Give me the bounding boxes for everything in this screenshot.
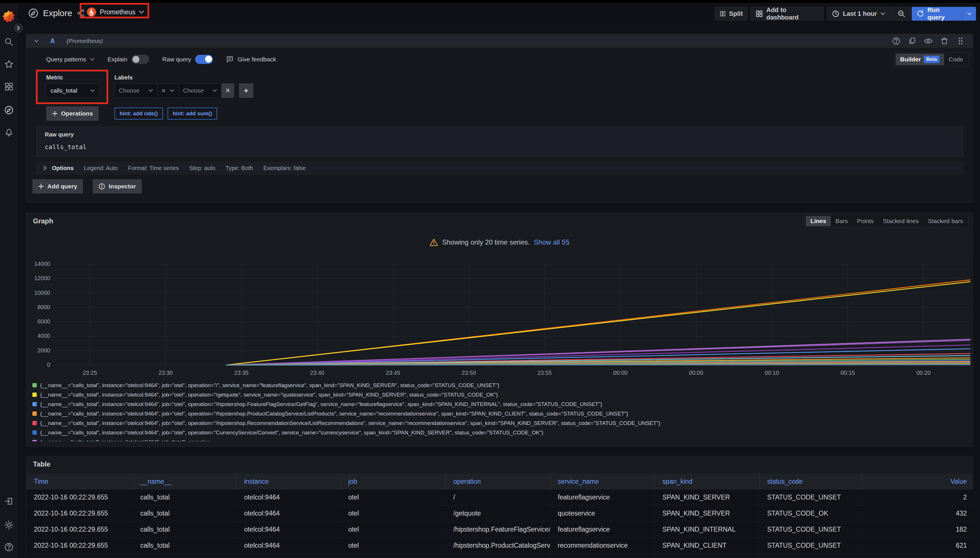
sidebar-expand-button[interactable] xyxy=(13,22,24,34)
legend-item[interactable]: {__name__="calls_total", instance="otelc… xyxy=(33,437,967,441)
query-hint-button[interactable]: hint: add rate() xyxy=(115,108,163,120)
table-row[interactable]: 2022-10-16 00:22:29.655calls_totalotelco… xyxy=(26,505,973,522)
legend-item[interactable]: {__name__="calls_total", instance="otelc… xyxy=(33,399,967,409)
datasource-picker[interactable]: Prometheus xyxy=(84,6,147,18)
table-cell: 621 xyxy=(861,554,973,558)
label-value-select[interactable]: Choose xyxy=(179,84,221,98)
split-button[interactable]: Split xyxy=(715,7,748,21)
operations-button[interactable]: Operations xyxy=(46,107,99,121)
table-header-row: Time__name__instancejoboperationservice_… xyxy=(26,473,973,489)
run-query-label: Run query xyxy=(927,6,957,21)
search-icon[interactable] xyxy=(4,37,13,46)
table-cell: /hipstershop.RecommendationService/ListR… xyxy=(446,554,550,558)
table-column-header[interactable]: status_code xyxy=(760,473,861,489)
give-feedback-label: Give feedback xyxy=(238,56,276,63)
inspector-button[interactable]: Inspector xyxy=(93,179,142,194)
table-row[interactable]: 2022-10-16 00:22:29.655calls_totalotelco… xyxy=(26,538,973,554)
zoom-out-time-button[interactable] xyxy=(892,7,911,21)
grafana-logo[interactable] xyxy=(2,10,15,23)
add-query-button[interactable]: Add query xyxy=(33,179,83,194)
label-key-placeholder: Choose xyxy=(119,87,140,94)
label-key-select[interactable]: Choose xyxy=(115,84,157,98)
graph-legend: {__name__="calls_total", instance="otelc… xyxy=(33,381,967,441)
explore-compass-icon[interactable] xyxy=(4,105,13,115)
table-cell: STATUS_CODE_UNSET xyxy=(760,554,861,558)
legend-item[interactable]: {__name__="calls_total", instance="otelc… xyxy=(33,390,967,399)
help-icon[interactable] xyxy=(4,543,13,552)
legend-color-swatch xyxy=(33,430,37,435)
explain-toggle[interactable] xyxy=(132,55,149,64)
add-to-dashboard-button[interactable]: Add to dashboard xyxy=(751,7,824,21)
remove-query-trash-icon[interactable] xyxy=(940,37,949,45)
query-patterns-dropdown[interactable]: Query patterns xyxy=(46,56,94,63)
label-operator-select[interactable]: = xyxy=(158,84,178,98)
clock-icon xyxy=(832,10,839,18)
table-cell: /hipstershop.FeatureFlagService/GetFlag xyxy=(446,522,550,537)
raw-query-label: Raw query xyxy=(45,131,74,138)
query-hint-button[interactable]: hint: add sum() xyxy=(168,108,217,120)
table-cell: 2022-10-16 00:22:29.655 xyxy=(26,489,133,505)
legend-item[interactable]: {__name__="calls_total", instance="otelc… xyxy=(33,409,967,419)
builder-code-switch: Builder Beta Code xyxy=(894,53,969,66)
split-icon xyxy=(720,10,725,18)
time-range-picker[interactable]: Last 1 hour xyxy=(827,7,892,21)
legend-series-label: {__name__="calls_total", instance="otelc… xyxy=(40,401,602,407)
table-cell: STATUS_CODE_UNSET xyxy=(760,489,861,505)
legend-color-swatch xyxy=(33,392,37,397)
table-column-header[interactable]: instance xyxy=(237,473,340,489)
table-row[interactable]: 2022-10-16 00:22:29.655calls_totalotelco… xyxy=(26,489,973,505)
query-options-row[interactable]: Options Legend: AutoFormat: Time seriesS… xyxy=(36,161,963,175)
datasource-name: Prometheus xyxy=(100,8,135,16)
hide-response-eye-icon[interactable] xyxy=(924,37,933,45)
metric-select[interactable]: calls_total xyxy=(46,84,99,98)
table-row[interactable]: 2022-10-16 00:22:29.655calls_totalotelco… xyxy=(26,554,973,558)
raw-query-toggle[interactable] xyxy=(195,55,213,64)
table-cell: quoteservice xyxy=(550,505,654,521)
tab-builder[interactable]: Builder Beta xyxy=(896,54,944,65)
collapse-chevron-icon[interactable] xyxy=(34,39,39,43)
table-cell: otelcol:9464 xyxy=(237,538,340,553)
star-icon[interactable] xyxy=(4,60,13,69)
run-query-dropdown[interactable] xyxy=(962,7,976,21)
sign-in-icon[interactable] xyxy=(4,497,13,506)
apps-grid-icon[interactable] xyxy=(4,82,13,91)
chevron-right-icon xyxy=(16,26,21,30)
chevron-down-icon xyxy=(90,58,94,61)
drag-handle-icon[interactable] xyxy=(956,37,965,45)
legend-item[interactable]: {__name__="calls_total", instance="otelc… xyxy=(33,428,967,437)
info-circle-icon xyxy=(99,183,105,190)
legend-item[interactable]: {__name__="calls_total", instance="otelc… xyxy=(33,381,967,390)
builder-label: Builder xyxy=(900,56,921,63)
settings-gear-icon[interactable] xyxy=(4,520,13,530)
chevron-right-icon xyxy=(43,166,47,170)
table-column-header[interactable]: Time xyxy=(26,473,133,489)
query-ref-id[interactable]: A xyxy=(50,37,55,45)
add-label-filter-button[interactable]: + xyxy=(239,84,253,98)
prometheus-icon xyxy=(87,7,96,17)
table-column-header[interactable]: __name__ xyxy=(133,473,237,489)
duplicate-query-icon[interactable] xyxy=(908,37,917,45)
tab-code[interactable]: Code xyxy=(944,54,968,65)
legend-series-label: {__name__="calls_total", instance="otelc… xyxy=(40,430,543,436)
legend-series-label: {__name__="calls_total", instance="otelc… xyxy=(40,420,660,427)
table-cell: recommendationservice xyxy=(550,554,654,558)
remove-label-filter-button[interactable]: ✕ xyxy=(222,84,234,98)
table-cell: otel xyxy=(340,554,446,558)
query-row-header[interactable]: A (Prometheus) xyxy=(26,34,973,48)
run-query-button[interactable]: Run query xyxy=(912,7,976,21)
top-black-strip xyxy=(0,0,980,3)
query-help-icon[interactable] xyxy=(892,37,901,45)
table-column-header[interactable]: operation xyxy=(446,473,550,489)
legend-item[interactable]: {__name__="calls_total", instance="otelc… xyxy=(33,419,967,428)
table-column-header[interactable]: Value xyxy=(861,473,973,489)
table-column-header[interactable]: span_kind xyxy=(654,473,760,489)
give-feedback-link[interactable]: Give feedback xyxy=(226,56,276,63)
table-column-header[interactable]: service_name xyxy=(550,473,654,489)
bell-icon[interactable] xyxy=(4,127,13,136)
options-summary-item: Step: auto xyxy=(189,165,215,171)
table-body: 2022-10-16 00:22:29.655calls_totalotelco… xyxy=(26,489,973,558)
table-row[interactable]: 2022-10-16 00:22:29.655calls_totalotelco… xyxy=(26,522,973,538)
table-column-header[interactable]: job xyxy=(340,473,446,489)
table-cell: otelcol:9464 xyxy=(237,505,340,521)
options-label: Options xyxy=(52,165,74,171)
